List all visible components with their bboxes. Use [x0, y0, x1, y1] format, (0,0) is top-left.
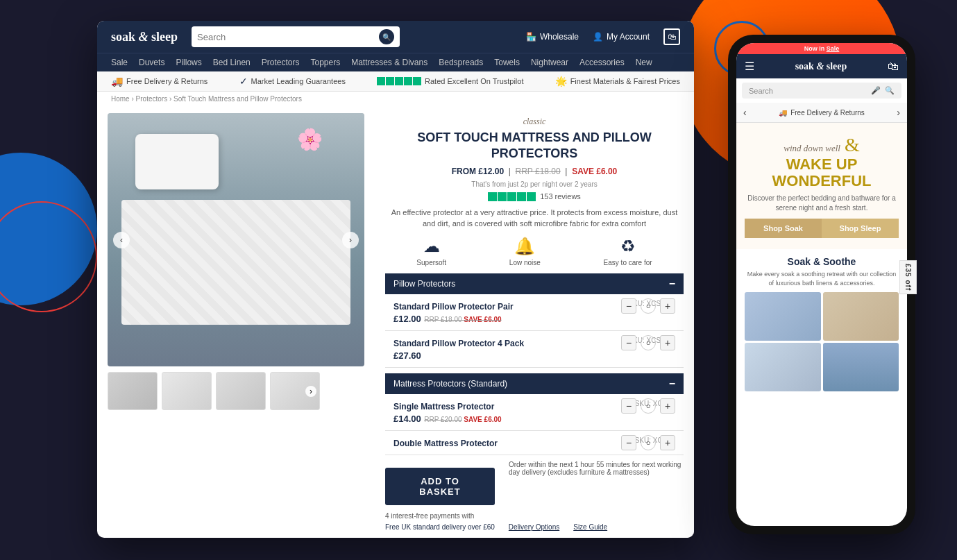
breadcrumb: Home › Protectors › Soft Touch Mattress … — [97, 92, 694, 106]
header-search-input[interactable] — [197, 32, 379, 42]
breadcrumb-home[interactable]: Home — [111, 95, 130, 103]
nav-towels[interactable]: Towels — [494, 58, 520, 67]
nav-sale[interactable]: Sale — [111, 58, 128, 67]
option-pillow-pair: Standard Pillow Protector Pair SKU: XCST… — [385, 294, 684, 331]
supersoft-icon: ☁ — [423, 237, 440, 256]
nav-bed-linen[interactable]: Bed Linen — [213, 58, 251, 67]
banner-subtext: Discover the perfect bedding and bathwar… — [745, 194, 899, 213]
soak-image-grid — [745, 292, 899, 391]
phone-search-icons: 🎤 🔍 — [871, 86, 895, 95]
qty-control-single: − ○ + — [621, 398, 675, 414]
account-link[interactable]: 👤 My Account — [593, 32, 650, 42]
qty-decrease-pillow-4pack[interactable]: − — [621, 335, 636, 350]
feature-supersoft-label: Supersoft — [416, 259, 446, 266]
pillow-section-collapse-icon[interactable]: − — [669, 278, 675, 290]
phone-search-bar[interactable]: Search 🎤 🔍 — [742, 83, 901, 99]
price-note: That's from just 2p per night over 2 yea… — [385, 180, 684, 188]
product-tp-stars — [488, 192, 536, 201]
qty-increase-double[interactable]: + — [660, 435, 675, 450]
feature-low-noise: 🔔 Low noise — [509, 237, 541, 266]
shop-buttons: Shop Soak Shop Sleep — [745, 219, 899, 238]
wholesale-icon: 🏪 — [526, 32, 536, 42]
soak-image-3 — [745, 343, 821, 391]
nav-bedspreads[interactable]: Bedspreads — [439, 58, 483, 67]
phone-voice-icon[interactable]: 🎤 — [871, 86, 881, 95]
feature-easy-care: ♻ Easy to care for — [604, 237, 652, 266]
materials-icon: 🌟 — [555, 76, 567, 87]
add-to-basket-row: ADD TO BASKET Order within the next 1 ho… — [385, 461, 684, 509]
qty-increase-pillow-pair[interactable]: + — [660, 298, 675, 314]
qty-increase-pillow-4pack[interactable]: + — [660, 335, 675, 350]
mattress-section-collapse-icon[interactable]: − — [669, 377, 675, 390]
desktop-browser: soak & sleep 🔍 🏪 Wholesale 👤 My Account … — [97, 21, 694, 538]
header-right: 🏪 Wholesale 👤 My Account 🛍 — [526, 28, 680, 45]
phone-screen: Now In Sale ☰ soak & sleep 🛍 Search 🎤 🔍 … — [736, 43, 907, 526]
phone-search-icon[interactable]: 🔍 — [885, 86, 895, 95]
trust-materials: 🌟 Finest Materials & Fairest Prices — [555, 76, 680, 87]
shop-soak-button[interactable]: Shop Soak — [745, 219, 822, 238]
option-pillow-4pack-price: £27.60 — [393, 350, 421, 361]
bed-image: 🌸 — [108, 113, 364, 366]
phone-header: ☰ soak & sleep 🛍 — [736, 54, 907, 78]
breadcrumb-protectors[interactable]: Protectors — [136, 95, 168, 103]
add-to-basket-button[interactable]: ADD TO BASKET — [385, 468, 495, 505]
qty-decrease-pillow-pair[interactable]: − — [621, 298, 636, 314]
qty-decrease-single[interactable]: − — [621, 398, 636, 414]
nav-nightwear[interactable]: Nightwear — [531, 58, 568, 67]
product-title: SOFT TOUCH MATTRESS AND PILLOW PROTECTOR… — [385, 130, 684, 162]
size-guide-link[interactable]: Size Guide — [573, 523, 607, 531]
nav-accessories[interactable]: Accessories — [579, 58, 625, 67]
pillow-protectors-section-header[interactable]: Pillow Protectors − — [385, 273, 684, 294]
thumbnail-3[interactable] — [216, 372, 266, 410]
shop-sleep-button[interactable]: Shop Sleep — [822, 219, 899, 238]
wholesale-link[interactable]: 🏪 Wholesale — [526, 32, 579, 42]
phone-next-icon[interactable]: › — [897, 107, 900, 118]
thumbnail-2[interactable] — [162, 372, 212, 410]
site-nav: Sale Duvets Pillows Bed Linen Protectors… — [97, 53, 694, 71]
nav-pillows[interactable]: Pillows — [176, 58, 201, 67]
trust-materials-text: Finest Materials & Fairest Prices — [570, 77, 680, 85]
phone-cart-icon[interactable]: 🛍 — [888, 60, 899, 73]
thumbnail-4[interactable] — [270, 372, 320, 410]
product-subtitle: classic — [385, 117, 684, 127]
qty-num-double: ○ — [641, 435, 656, 450]
easy-care-icon: ♻ — [620, 237, 636, 256]
account-label: My Account — [607, 32, 650, 42]
pillow-section-label: Pillow Protectors — [393, 279, 455, 289]
nav-protectors[interactable]: Protectors — [262, 58, 300, 67]
banner-headline-1: WAKE UP — [745, 156, 899, 173]
gallery-prev-button[interactable]: ‹ — [113, 232, 130, 248]
phone-prev-icon[interactable]: ‹ — [743, 107, 747, 118]
hamburger-menu-icon[interactable]: ☰ — [745, 60, 754, 73]
nav-new[interactable]: New — [636, 58, 652, 67]
off-badge: £35 off — [899, 260, 917, 294]
mattress-protectors-section-header[interactable]: Mattress Protectors (Standard) − — [385, 373, 684, 394]
option-double-name: Double Mattress Protector — [393, 439, 498, 448]
search-icon[interactable]: 🔍 — [379, 29, 394, 44]
price-save: SAVE £6.00 — [572, 167, 617, 176]
nav-mattresses[interactable]: Mattresses & Divans — [351, 58, 427, 67]
header-search-bar[interactable]: 🔍 — [192, 26, 400, 47]
trust-guarantees-text: Market Leading Guarantees — [251, 77, 346, 85]
soak-section-title: Soak & Soothe — [745, 256, 899, 267]
phone-notification-bar: Now In Sale — [736, 43, 907, 54]
notification-sale: Sale — [827, 45, 840, 52]
cart-icon[interactable]: 🛍 — [663, 28, 680, 45]
option-pillow-4pack: Standard Pillow Protector 4 Pack SKU: XC… — [385, 331, 684, 368]
soak-image-2 — [823, 292, 899, 341]
trust-guarantees: ✓ Market Leading Guarantees — [239, 76, 346, 87]
product-gallery: 🌸 ‹ › — [97, 106, 375, 538]
notification-text: Now In — [804, 45, 827, 52]
trust-trustpilot: Rated Excellent On Trustpilot — [377, 77, 523, 85]
trust-delivery: 🚚 Free Delivery & Returns — [111, 76, 208, 87]
trustpilot-product-row: 153 reviews — [385, 192, 684, 201]
delivery-options-link[interactable]: Delivery Options — [509, 523, 559, 531]
qty-decrease-double[interactable]: − — [621, 435, 636, 450]
thumbnail-1[interactable] — [108, 372, 158, 410]
nav-toppers[interactable]: Toppers — [310, 58, 340, 67]
gallery-next-button[interactable]: › — [342, 232, 359, 248]
qty-increase-single[interactable]: + — [660, 398, 675, 414]
nav-duvets[interactable]: Duvets — [139, 58, 164, 67]
phone-soak-section: Soak & Soothe Make every soak a soothing… — [736, 249, 907, 398]
reviews-count[interactable]: 153 reviews — [540, 192, 581, 201]
